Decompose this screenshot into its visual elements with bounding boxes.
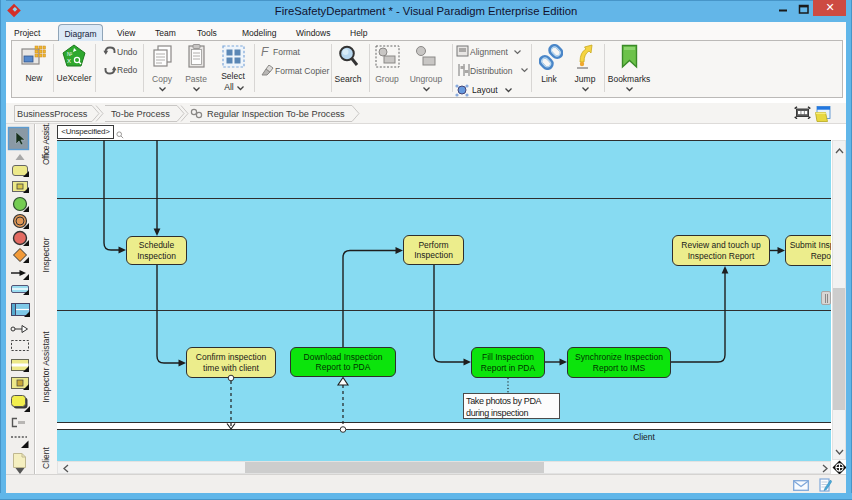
svg-text:X: X (67, 58, 71, 64)
svg-text:N²: N² (67, 51, 73, 57)
